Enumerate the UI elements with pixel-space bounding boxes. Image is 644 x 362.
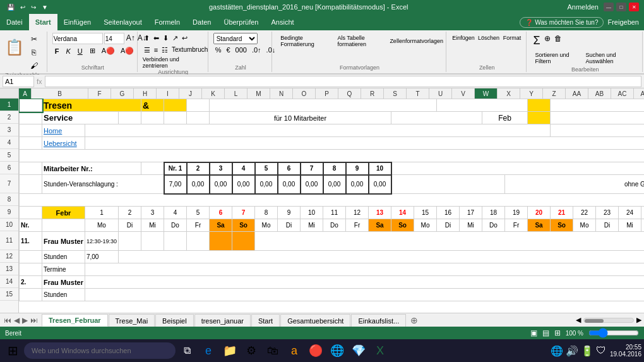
- cell-r1[interactable]: [437, 99, 528, 112]
- cell-b2[interactable]: Service: [42, 112, 119, 124]
- row-num-4[interactable]: 4: [0, 136, 18, 149]
- align-middle-btn[interactable]: ⬅: [152, 33, 160, 44]
- cell-i11[interactable]: [232, 232, 255, 251]
- cell-t9-d18[interactable]: 18: [482, 207, 505, 219]
- cell-e11[interactable]: [141, 232, 164, 251]
- col-header-aa[interactable]: AA: [566, 88, 588, 99]
- cell-r10-di[interactable]: Di: [437, 219, 460, 232]
- view-normal-btn[interactable]: ▣: [530, 329, 537, 337]
- tab-start[interactable]: Start: [29, 14, 57, 30]
- app5-icon[interactable]: 🔴: [306, 341, 326, 361]
- row-num-11[interactable]: 11: [0, 231, 18, 250]
- cell-b14-name[interactable]: Frau Muster: [42, 276, 85, 289]
- cell-l6[interactable]: 5: [255, 162, 278, 175]
- cell-y10-di[interactable]: Di: [596, 219, 619, 232]
- cell-e9-d3[interactable]: 3: [141, 207, 164, 219]
- col-header-y[interactable]: Y: [520, 88, 543, 99]
- cell-j7[interactable]: 0,00: [210, 175, 232, 194]
- cell-a15[interactable]: [20, 289, 42, 301]
- view-layout-btn[interactable]: ▤: [542, 329, 549, 337]
- cell-b15-label[interactable]: Stunden: [42, 289, 85, 301]
- cell-b13-termine[interactable]: Termine: [42, 263, 85, 276]
- col-header-r[interactable]: R: [361, 88, 384, 99]
- format-painter-button[interactable]: 🖌: [25, 59, 43, 72]
- cell-b7[interactable]: Stunden-Veranschlagung :: [42, 175, 164, 194]
- tab-formeln[interactable]: Formeln: [148, 14, 186, 30]
- cell-m9-d11[interactable]: 11: [323, 207, 346, 219]
- cell-e10-mi[interactable]: Mi: [141, 219, 164, 232]
- cell-p2[interactable]: [391, 112, 482, 124]
- cell-x9-d22[interactable]: 22: [573, 207, 596, 219]
- merge-btn[interactable]: Verbinden und zentrieren: [143, 56, 179, 69]
- cell-a7[interactable]: [20, 175, 42, 194]
- align-bottom-btn[interactable]: ⬇: [162, 33, 170, 44]
- cell-e2[interactable]: [141, 112, 164, 124]
- cell-o9-d13[interactable]: 13: [369, 207, 391, 219]
- cell-p10-so[interactable]: So: [391, 219, 414, 232]
- sort-filter-btn[interactable]: Sortieren und Filtern: [532, 50, 581, 66]
- col-header-n[interactable]: N: [270, 88, 293, 99]
- add-sheet-btn[interactable]: ⊕: [407, 314, 422, 327]
- settings-icon[interactable]: ⚙: [241, 341, 261, 361]
- col-header-u[interactable]: U: [429, 88, 452, 99]
- sheet-tab-tresen-januar[interactable]: tresen_januar: [194, 314, 251, 327]
- row-num-8[interactable]: 8: [0, 193, 18, 206]
- sheet-tab-einkaufsliste[interactable]: Einkaufslist...: [351, 314, 406, 327]
- cell-h7[interactable]: 7,00: [164, 175, 187, 194]
- col-header-q[interactable]: Q: [338, 88, 361, 99]
- tab-scroll-right[interactable]: ▶: [636, 316, 641, 324]
- currency-btn[interactable]: %: [213, 45, 224, 54]
- col-header-j[interactable]: J: [179, 88, 202, 99]
- cell-a3[interactable]: [20, 124, 42, 137]
- cell-a10[interactable]: Nr.: [20, 219, 42, 232]
- view-pagebreak-btn[interactable]: ⊞: [554, 329, 561, 337]
- comma-btn[interactable]: 000: [234, 45, 249, 54]
- tab-seitenlayout[interactable]: Seitenlayout: [97, 14, 148, 30]
- cell-r6-rest[interactable]: [391, 162, 644, 175]
- col-header-ac[interactable]: AC: [611, 88, 634, 99]
- cell-c4[interactable]: [85, 137, 644, 150]
- tab-last-btn[interactable]: ⏭: [29, 315, 39, 326]
- row-num-2[interactable]: 2: [0, 111, 18, 124]
- cell-j6[interactable]: 3: [210, 162, 232, 175]
- cell-p7[interactable]: 0,00: [346, 175, 369, 194]
- col-header-f[interactable]: F: [88, 88, 111, 99]
- cell-m7[interactable]: 0,00: [278, 175, 301, 194]
- sheet-tab-trese-mai[interactable]: Trese_Mai: [109, 314, 155, 327]
- cell-q7[interactable]: 0,00: [369, 175, 391, 194]
- cell-h6-nr1[interactable]: Nr. 1: [164, 162, 187, 175]
- cell-o7[interactable]: 0,00: [323, 175, 346, 194]
- cell-q6[interactable]: 10: [369, 162, 391, 175]
- cell-k9-d9[interactable]: 9: [278, 207, 301, 219]
- cell-e6[interactable]: [141, 162, 164, 175]
- row-num-10[interactable]: 10: [0, 219, 18, 231]
- cell-aa10-do[interactable]: Do: [641, 219, 644, 232]
- cell-q10-mo[interactable]: Mo: [414, 219, 437, 232]
- cell-u10-fr[interactable]: Fr: [505, 219, 528, 232]
- system-clock[interactable]: 20:55 19.04.2016: [610, 344, 641, 358]
- quick-access-toolbar[interactable]: 💾 ↩ ↪ ▼: [5, 3, 50, 11]
- cell-a1[interactable]: [20, 99, 42, 112]
- cell-h1[interactable]: [210, 99, 437, 112]
- row-num-3[interactable]: 3: [0, 124, 18, 136]
- delete-cells-btn[interactable]: Löschen: [477, 33, 500, 43]
- cell-a4[interactable]: [20, 137, 42, 150]
- undo-quick-btn[interactable]: ↩: [18, 3, 27, 11]
- cell-l7[interactable]: 0,00: [255, 175, 278, 194]
- cell-c12-val[interactable]: 7,00: [85, 251, 118, 263]
- tab-ansicht[interactable]: Ansicht: [265, 14, 300, 30]
- cell-n7[interactable]: 0,00: [301, 175, 323, 194]
- cell-g10-fr[interactable]: Fr: [187, 219, 210, 232]
- cell-o6[interactable]: 8: [323, 162, 346, 175]
- cell-styles-btn[interactable]: Zellenformatvorlagen: [391, 36, 441, 46]
- fill-color-btn[interactable]: A🔴: [100, 46, 117, 56]
- tab-daten[interactable]: Daten: [186, 14, 217, 30]
- app6-icon[interactable]: 💎: [349, 341, 369, 361]
- cell-g9-d5[interactable]: 5: [187, 207, 210, 219]
- cell-b9-month[interactable]: Febr: [42, 207, 85, 219]
- border-btn[interactable]: ⊞: [87, 45, 98, 56]
- cell-a11-num[interactable]: 11.: [20, 232, 42, 251]
- tab-prev-btn[interactable]: ◀: [13, 315, 21, 326]
- cell-w3[interactable]: [551, 124, 644, 137]
- col-header-ad[interactable]: AD: [634, 88, 644, 99]
